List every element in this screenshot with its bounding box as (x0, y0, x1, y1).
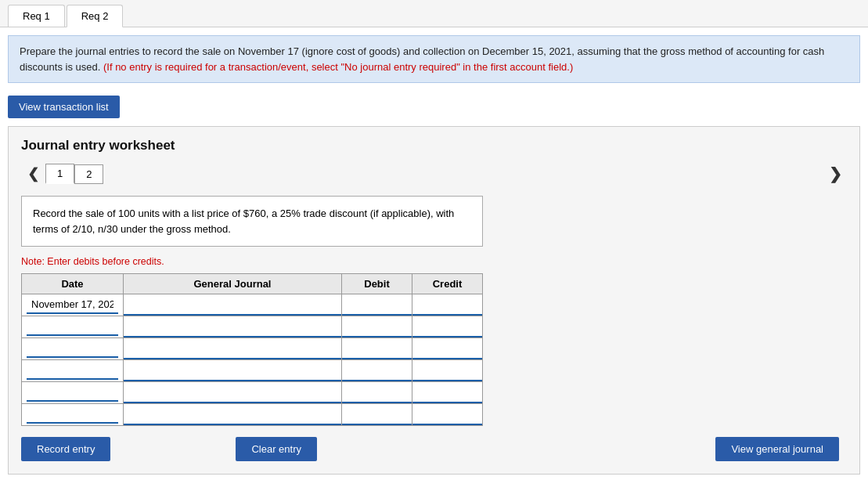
credit-input-row4[interactable] (412, 382, 482, 403)
table-row (22, 316, 483, 338)
ws-prev-button[interactable]: ❮ (21, 164, 45, 184)
credit-input-row2[interactable] (412, 338, 482, 359)
debit-input-row2[interactable] (342, 338, 412, 359)
table-row (22, 294, 483, 316)
view-transaction-button[interactable]: View transaction list (8, 96, 120, 118)
col-header-debit: Debit (342, 274, 412, 294)
credit-input-row5[interactable] (412, 404, 482, 425)
clear-entry-button[interactable]: Clear entry (236, 437, 317, 461)
general-journal-input-row3[interactable] (124, 360, 341, 381)
tab-req2[interactable]: Req 2 (67, 5, 124, 27)
debit-input-row0[interactable] (342, 294, 412, 316)
top-tabs: Req 1 Req 2 (0, 0, 868, 27)
debit-input-row3[interactable] (342, 360, 412, 381)
col-header-general: General Journal (124, 274, 342, 294)
debit-input-row4[interactable] (342, 382, 412, 403)
date-input-row2[interactable] (27, 340, 118, 358)
action-buttons: Record entry Clear entry View general jo… (21, 437, 847, 461)
debit-input-row1[interactable] (342, 316, 412, 337)
view-general-journal-button[interactable]: View general journal (715, 437, 839, 461)
date-input-row0[interactable] (27, 296, 118, 314)
ws-next-button[interactable]: ❯ (824, 163, 847, 185)
description-box: Record the sale of 100 units with a list… (21, 196, 483, 247)
table-row (22, 360, 483, 382)
general-journal-input-row4[interactable] (124, 382, 341, 403)
col-header-date: Date (22, 274, 124, 294)
table-row (22, 382, 483, 404)
worksheet-title: Journal entry worksheet (21, 138, 847, 153)
credit-input-row0[interactable] (412, 294, 482, 316)
debit-input-row5[interactable] (342, 404, 412, 425)
credit-input-row3[interactable] (412, 360, 482, 381)
date-input-row5[interactable] (27, 406, 118, 424)
credit-input-row1[interactable] (412, 316, 482, 337)
instruction-box: Prepare the journal entries to record th… (8, 35, 860, 83)
worksheet-container: Journal entry worksheet ❮ 1 2 ❯ Record t… (8, 126, 860, 475)
tab-req1[interactable]: Req 1 (8, 5, 65, 27)
table-row (22, 338, 483, 360)
worksheet-tabs: ❮ 1 2 ❯ (21, 163, 847, 185)
page-wrapper: Req 1 Req 2 Prepare the journal entries … (0, 0, 868, 480)
general-journal-input-row1[interactable] (124, 316, 341, 337)
general-journal-input-row0[interactable] (124, 294, 341, 316)
date-input-row4[interactable] (27, 384, 118, 402)
date-input-row1[interactable] (27, 318, 118, 336)
date-input-row3[interactable] (27, 362, 118, 380)
general-journal-input-row5[interactable] (124, 404, 341, 425)
general-journal-input-row2[interactable] (124, 338, 341, 359)
journal-table: Date General Journal Debit Credit (21, 273, 483, 426)
table-row (22, 404, 483, 426)
col-header-credit: Credit (412, 274, 483, 294)
instruction-red-text: (If no entry is required for a transacti… (103, 61, 573, 73)
ws-tab-1[interactable]: 1 (45, 164, 74, 184)
note-text: Note: Enter debits before credits. (21, 256, 847, 267)
ws-tab-2[interactable]: 2 (74, 164, 103, 184)
record-entry-button[interactable]: Record entry (21, 437, 110, 461)
